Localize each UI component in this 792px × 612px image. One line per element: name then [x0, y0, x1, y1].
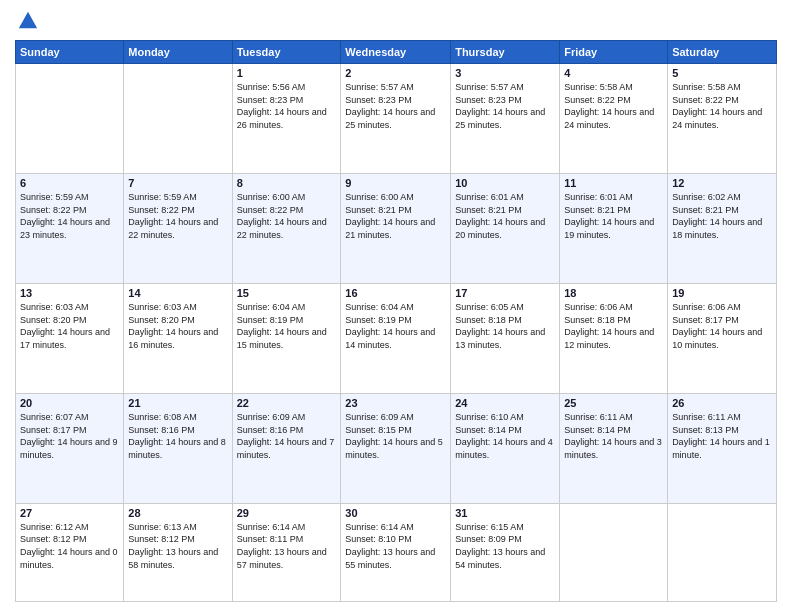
- calendar-cell: 6Sunrise: 5:59 AMSunset: 8:22 PMDaylight…: [16, 173, 124, 283]
- day-number: 12: [672, 177, 772, 189]
- calendar-cell: 7Sunrise: 5:59 AMSunset: 8:22 PMDaylight…: [124, 173, 232, 283]
- calendar-cell: 19Sunrise: 6:06 AMSunset: 8:17 PMDayligh…: [668, 283, 777, 393]
- calendar-cell: [16, 64, 124, 174]
- calendar-cell: 26Sunrise: 6:11 AMSunset: 8:13 PMDayligh…: [668, 393, 777, 503]
- day-info: Sunrise: 6:11 AMSunset: 8:14 PMDaylight:…: [564, 411, 663, 461]
- weekday-header-sunday: Sunday: [16, 41, 124, 64]
- day-info: Sunrise: 6:09 AMSunset: 8:15 PMDaylight:…: [345, 411, 446, 461]
- day-number: 28: [128, 507, 227, 519]
- day-info: Sunrise: 5:57 AMSunset: 8:23 PMDaylight:…: [345, 81, 446, 131]
- week-row-5: 27Sunrise: 6:12 AMSunset: 8:12 PMDayligh…: [16, 503, 777, 601]
- day-info: Sunrise: 6:10 AMSunset: 8:14 PMDaylight:…: [455, 411, 555, 461]
- day-number: 29: [237, 507, 337, 519]
- day-number: 24: [455, 397, 555, 409]
- day-number: 4: [564, 67, 663, 79]
- day-info: Sunrise: 6:06 AMSunset: 8:17 PMDaylight:…: [672, 301, 772, 351]
- calendar-cell: 18Sunrise: 6:06 AMSunset: 8:18 PMDayligh…: [560, 283, 668, 393]
- calendar-cell: 2Sunrise: 5:57 AMSunset: 8:23 PMDaylight…: [341, 64, 451, 174]
- day-info: Sunrise: 6:02 AMSunset: 8:21 PMDaylight:…: [672, 191, 772, 241]
- day-number: 8: [237, 177, 337, 189]
- calendar-cell: 12Sunrise: 6:02 AMSunset: 8:21 PMDayligh…: [668, 173, 777, 283]
- calendar-cell: 21Sunrise: 6:08 AMSunset: 8:16 PMDayligh…: [124, 393, 232, 503]
- day-number: 16: [345, 287, 446, 299]
- calendar-cell: 15Sunrise: 6:04 AMSunset: 8:19 PMDayligh…: [232, 283, 341, 393]
- calendar-cell: 8Sunrise: 6:00 AMSunset: 8:22 PMDaylight…: [232, 173, 341, 283]
- weekday-header-row: SundayMondayTuesdayWednesdayThursdayFrid…: [16, 41, 777, 64]
- day-number: 3: [455, 67, 555, 79]
- day-number: 30: [345, 507, 446, 519]
- day-info: Sunrise: 6:15 AMSunset: 8:09 PMDaylight:…: [455, 521, 555, 571]
- day-info: Sunrise: 5:58 AMSunset: 8:22 PMDaylight:…: [672, 81, 772, 131]
- calendar-cell: 10Sunrise: 6:01 AMSunset: 8:21 PMDayligh…: [451, 173, 560, 283]
- day-number: 10: [455, 177, 555, 189]
- week-row-4: 20Sunrise: 6:07 AMSunset: 8:17 PMDayligh…: [16, 393, 777, 503]
- calendar-cell: 29Sunrise: 6:14 AMSunset: 8:11 PMDayligh…: [232, 503, 341, 601]
- weekday-header-wednesday: Wednesday: [341, 41, 451, 64]
- day-info: Sunrise: 6:14 AMSunset: 8:11 PMDaylight:…: [237, 521, 337, 571]
- weekday-header-monday: Monday: [124, 41, 232, 64]
- day-info: Sunrise: 5:57 AMSunset: 8:23 PMDaylight:…: [455, 81, 555, 131]
- calendar-cell: [124, 64, 232, 174]
- day-number: 19: [672, 287, 772, 299]
- day-info: Sunrise: 6:07 AMSunset: 8:17 PMDaylight:…: [20, 411, 119, 461]
- day-number: 22: [237, 397, 337, 409]
- day-info: Sunrise: 6:04 AMSunset: 8:19 PMDaylight:…: [345, 301, 446, 351]
- week-row-1: 1Sunrise: 5:56 AMSunset: 8:23 PMDaylight…: [16, 64, 777, 174]
- day-number: 13: [20, 287, 119, 299]
- day-info: Sunrise: 6:12 AMSunset: 8:12 PMDaylight:…: [20, 521, 119, 571]
- calendar-cell: [668, 503, 777, 601]
- calendar-cell: 28Sunrise: 6:13 AMSunset: 8:12 PMDayligh…: [124, 503, 232, 601]
- calendar-cell: 24Sunrise: 6:10 AMSunset: 8:14 PMDayligh…: [451, 393, 560, 503]
- day-number: 11: [564, 177, 663, 189]
- week-row-3: 13Sunrise: 6:03 AMSunset: 8:20 PMDayligh…: [16, 283, 777, 393]
- calendar-table: SundayMondayTuesdayWednesdayThursdayFrid…: [15, 40, 777, 602]
- day-number: 31: [455, 507, 555, 519]
- day-number: 23: [345, 397, 446, 409]
- day-info: Sunrise: 6:01 AMSunset: 8:21 PMDaylight:…: [455, 191, 555, 241]
- day-number: 14: [128, 287, 227, 299]
- calendar-cell: 23Sunrise: 6:09 AMSunset: 8:15 PMDayligh…: [341, 393, 451, 503]
- page-header: [15, 10, 777, 32]
- day-number: 27: [20, 507, 119, 519]
- day-info: Sunrise: 5:56 AMSunset: 8:23 PMDaylight:…: [237, 81, 337, 131]
- day-info: Sunrise: 6:00 AMSunset: 8:22 PMDaylight:…: [237, 191, 337, 241]
- calendar-cell: 30Sunrise: 6:14 AMSunset: 8:10 PMDayligh…: [341, 503, 451, 601]
- weekday-header-friday: Friday: [560, 41, 668, 64]
- day-number: 9: [345, 177, 446, 189]
- calendar-cell: 27Sunrise: 6:12 AMSunset: 8:12 PMDayligh…: [16, 503, 124, 601]
- calendar-cell: 25Sunrise: 6:11 AMSunset: 8:14 PMDayligh…: [560, 393, 668, 503]
- day-number: 6: [20, 177, 119, 189]
- calendar-cell: 16Sunrise: 6:04 AMSunset: 8:19 PMDayligh…: [341, 283, 451, 393]
- weekday-header-tuesday: Tuesday: [232, 41, 341, 64]
- calendar-cell: [560, 503, 668, 601]
- day-number: 15: [237, 287, 337, 299]
- day-number: 26: [672, 397, 772, 409]
- calendar-cell: 14Sunrise: 6:03 AMSunset: 8:20 PMDayligh…: [124, 283, 232, 393]
- day-info: Sunrise: 6:08 AMSunset: 8:16 PMDaylight:…: [128, 411, 227, 461]
- day-number: 20: [20, 397, 119, 409]
- day-info: Sunrise: 6:03 AMSunset: 8:20 PMDaylight:…: [20, 301, 119, 351]
- day-info: Sunrise: 6:13 AMSunset: 8:12 PMDaylight:…: [128, 521, 227, 571]
- day-info: Sunrise: 6:09 AMSunset: 8:16 PMDaylight:…: [237, 411, 337, 461]
- calendar-cell: 1Sunrise: 5:56 AMSunset: 8:23 PMDaylight…: [232, 64, 341, 174]
- day-number: 2: [345, 67, 446, 79]
- calendar-cell: 4Sunrise: 5:58 AMSunset: 8:22 PMDaylight…: [560, 64, 668, 174]
- day-info: Sunrise: 6:11 AMSunset: 8:13 PMDaylight:…: [672, 411, 772, 461]
- svg-marker-0: [19, 12, 37, 29]
- day-number: 7: [128, 177, 227, 189]
- day-info: Sunrise: 6:03 AMSunset: 8:20 PMDaylight:…: [128, 301, 227, 351]
- weekday-header-saturday: Saturday: [668, 41, 777, 64]
- day-info: Sunrise: 6:06 AMSunset: 8:18 PMDaylight:…: [564, 301, 663, 351]
- day-info: Sunrise: 6:05 AMSunset: 8:18 PMDaylight:…: [455, 301, 555, 351]
- day-number: 21: [128, 397, 227, 409]
- calendar-cell: 31Sunrise: 6:15 AMSunset: 8:09 PMDayligh…: [451, 503, 560, 601]
- day-number: 5: [672, 67, 772, 79]
- calendar-cell: 20Sunrise: 6:07 AMSunset: 8:17 PMDayligh…: [16, 393, 124, 503]
- day-number: 17: [455, 287, 555, 299]
- calendar-cell: 5Sunrise: 5:58 AMSunset: 8:22 PMDaylight…: [668, 64, 777, 174]
- calendar-cell: 17Sunrise: 6:05 AMSunset: 8:18 PMDayligh…: [451, 283, 560, 393]
- day-number: 1: [237, 67, 337, 79]
- day-info: Sunrise: 5:58 AMSunset: 8:22 PMDaylight:…: [564, 81, 663, 131]
- day-info: Sunrise: 6:00 AMSunset: 8:21 PMDaylight:…: [345, 191, 446, 241]
- calendar-cell: 22Sunrise: 6:09 AMSunset: 8:16 PMDayligh…: [232, 393, 341, 503]
